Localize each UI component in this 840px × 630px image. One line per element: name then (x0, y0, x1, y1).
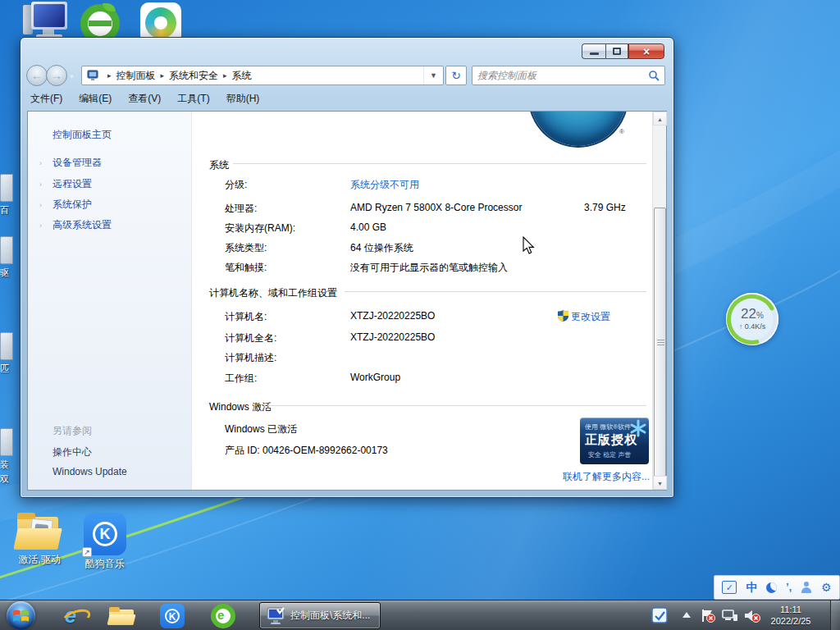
computer-fullname-label: 计算机全名: (225, 331, 276, 345)
taskbar: e K e 控制面板\系统和... (0, 600, 840, 630)
vertical-scrollbar[interactable]: ▲ ▼ (652, 112, 666, 490)
show-desktop-button[interactable] (830, 600, 840, 630)
uac-shield-icon (558, 310, 568, 322)
nav-history-chevron-icon[interactable]: ▾ (70, 72, 74, 80)
change-settings-link[interactable]: 更改设置 (558, 310, 610, 324)
section-title-activation: Windows 激活 (209, 400, 272, 414)
taskbar-clock[interactable]: 11:11 2022/2/25 (758, 604, 824, 627)
close-button[interactable]: × (628, 43, 664, 59)
sidebar-item-windows-update[interactable]: Windows Update (52, 466, 127, 477)
rating-link[interactable]: 系统分级不可用 (350, 178, 419, 192)
computer-fullname-value: XTZJ-20220225BO (350, 331, 435, 343)
desktop-icon-activation-folder[interactable]: 激活,驱动 (10, 512, 69, 567)
sidebar-item-remote-settings[interactable]: 远程设置 (52, 177, 92, 191)
system-properties-window: × ← → ▾ ▸ 控制面板 ▸ 系统和安全 ▸ 系统 ▼ ↻ (20, 37, 674, 498)
search-box (472, 66, 665, 85)
scroll-down-button[interactable]: ▼ (653, 476, 667, 490)
network-icon[interactable] (722, 609, 738, 622)
maximize-button[interactable] (605, 43, 628, 59)
task-arrow-icon: › (39, 201, 42, 209)
taskbar-ie-icon[interactable]: e (54, 602, 87, 629)
ime-punctuation-icon[interactable]: ’, (786, 582, 792, 592)
active-task-label: 控制面板\系统和... (290, 609, 370, 623)
ime-indicator-icon[interactable]: ✓ (722, 581, 737, 594)
address-dropdown-icon[interactable]: ▼ (423, 66, 443, 84)
scrollbar-thumb[interactable] (654, 208, 666, 477)
menu-tools[interactable]: 工具(T) (177, 92, 209, 106)
partial-icon (0, 174, 13, 202)
scroll-up-button[interactable]: ▲ (653, 112, 667, 126)
desktop-icon-partial-2[interactable]: 驱 (0, 236, 16, 279)
section-divider (267, 405, 646, 406)
control-panel-icon (86, 70, 99, 81)
breadcrumb[interactable]: ▸ 控制面板 ▸ 系统和安全 ▸ 系统 ▼ (81, 66, 444, 85)
sidebar-item-control-panel-home[interactable]: 控制面板主页 (52, 128, 112, 142)
breadcrumb-item-control-panel[interactable]: 控制面板 (116, 69, 156, 83)
taskbar-kugou-icon[interactable]: K (156, 602, 189, 629)
forward-button[interactable]: → (46, 65, 67, 86)
desktop-icon-label: 酷狗音乐 (79, 557, 131, 571)
ime-halfwidth-moon-icon[interactable] (766, 582, 777, 593)
computer-desc-label: 计算机描述: (225, 351, 276, 365)
ime-settings-gear-icon[interactable]: ⚙ (821, 582, 832, 593)
sidebar-see-also-header: 另请参阅 (52, 424, 92, 438)
tray-app-check-icon[interactable] (651, 607, 668, 623)
menu-help[interactable]: 帮助(H) (226, 92, 260, 106)
upload-arrow-icon: ↑ (739, 322, 743, 331)
learn-more-link[interactable]: 联机了解更多内容... (563, 470, 650, 484)
system-window-icon (266, 607, 285, 625)
cpu-speed: 3.79 GHz (584, 202, 626, 213)
breadcrumb-item-system[interactable]: 系统 (232, 69, 252, 83)
partial-icon-label: 匹 (0, 363, 16, 375)
menu-view[interactable]: 查看(V) (128, 92, 161, 106)
scrollbar-grip (657, 340, 664, 340)
computer-name-label: 计算机名: (225, 310, 267, 324)
breadcrumb-separator-icon: ▸ (156, 71, 170, 80)
kugou-icon: K ↗ (84, 513, 126, 555)
desktop-icon-partial-3[interactable]: 匹 (0, 332, 16, 375)
badge-line3: 安全 稳定 声誉 (588, 450, 631, 459)
ime-user-dict-icon[interactable] (801, 582, 812, 593)
taskbar-browser360-icon[interactable]: e (207, 602, 240, 629)
speedball-widget[interactable]: 22% ↑ 0.4K/s (726, 293, 778, 345)
menu-file[interactable]: 文件(F) (30, 92, 62, 106)
action-center-flag-icon[interactable] (701, 609, 715, 623)
show-hidden-icons-arrow[interactable] (682, 612, 691, 618)
windows-logo-icon (530, 112, 627, 146)
menu-edit[interactable]: 编辑(E) (79, 92, 112, 106)
taskbar-explorer-icon[interactable] (105, 602, 138, 629)
sidebar-item-advanced-settings[interactable]: 高级系统设置 (52, 218, 112, 232)
back-button[interactable]: ← (26, 65, 48, 86)
desktop-icon-partial-4[interactable]: 装 双 (0, 428, 16, 486)
breadcrumb-separator-icon: ▸ (218, 71, 232, 80)
ime-chinese-mode-icon[interactable]: 中 (746, 582, 757, 593)
breadcrumb-item-system-security[interactable]: 系统和安全 (169, 69, 218, 83)
desktop-icon-partial-1[interactable]: 百 (0, 174, 16, 217)
registered-mark: ® (619, 128, 624, 135)
desktop-icon-computer[interactable] (20, 2, 72, 39)
activation-status: Windows 已激活 (225, 422, 297, 436)
workgroup-value: WorkGroup (350, 372, 400, 383)
sidebar-item-system-protection[interactable]: 系统保护 (52, 198, 92, 212)
search-input[interactable] (472, 70, 648, 81)
partial-icon (0, 236, 13, 264)
taskbar-active-task-control-panel[interactable]: 控制面板\系统和... (259, 602, 381, 629)
partial-icon (0, 428, 13, 456)
desktop-icon-kugou[interactable]: K ↗ 酷狗音乐 (79, 513, 131, 571)
product-id: 产品 ID: 00426-OEM-8992662-00173 (225, 444, 388, 458)
refresh-button[interactable]: ↻ (445, 66, 467, 85)
speedball-speed: ↑ 0.4K/s (726, 322, 778, 331)
maximize-icon (613, 48, 621, 55)
sidebar-item-action-center[interactable]: 操作中心 (52, 445, 92, 459)
main-panel: ® 系统 分级: 系统分级不可用 处理器: AMD Ryzen 7 5800X … (192, 112, 652, 490)
minimize-button[interactable] (582, 43, 605, 59)
task-arrow-icon: › (39, 180, 42, 189)
partial-icon-label: 驱 (0, 267, 16, 279)
search-icon[interactable] (648, 70, 660, 81)
computer-icon (23, 2, 69, 39)
workgroup-label: 工作组: (225, 372, 257, 386)
section-divider (345, 291, 646, 292)
genuine-microsoft-badge[interactable]: 使用 微软®软件 正版授权 安全 稳定 声誉 (580, 418, 649, 464)
start-button[interactable] (7, 601, 35, 630)
sidebar-item-device-manager[interactable]: 设备管理器 (52, 156, 102, 170)
